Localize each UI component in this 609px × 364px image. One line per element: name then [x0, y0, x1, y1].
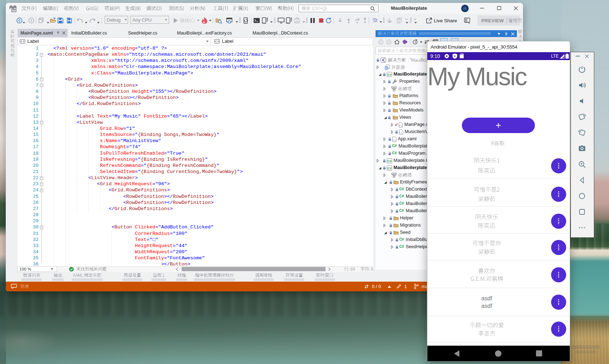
svg-text:IPA: IPA	[295, 21, 299, 23]
svg-text:C#: C#	[387, 159, 392, 163]
svg-text:PRE: PRE	[12, 9, 16, 12]
svg-text:C#: C#	[387, 167, 392, 170]
svg-text:C#: C#	[387, 73, 392, 77]
